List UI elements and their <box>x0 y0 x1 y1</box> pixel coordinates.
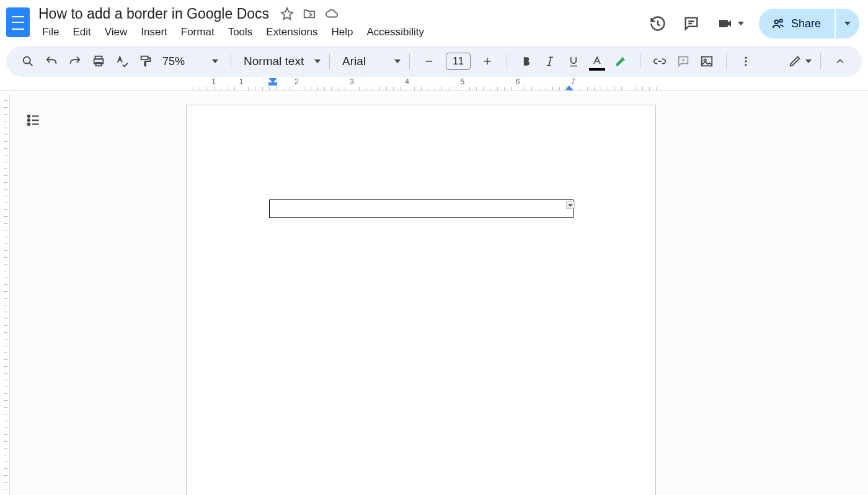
insert-link-icon[interactable] <box>649 51 670 72</box>
separator <box>726 53 727 69</box>
share-label: Share <box>791 17 821 30</box>
zoom-value: 75% <box>162 55 185 68</box>
separator <box>640 53 640 69</box>
share-button[interactable]: Share <box>759 9 835 38</box>
svg-point-11 <box>745 64 746 66</box>
text-color-icon[interactable] <box>587 51 608 72</box>
caret-down-icon <box>394 59 401 63</box>
table-cell[interactable] <box>269 199 574 218</box>
vertical-ruler[interactable] <box>0 94 10 495</box>
underline-icon[interactable] <box>563 51 584 72</box>
document-page[interactable] <box>186 105 656 495</box>
svg-point-9 <box>745 57 746 59</box>
font-size-input[interactable] <box>446 53 471 70</box>
menu-tools[interactable]: Tools <box>222 24 259 41</box>
workspace <box>0 94 868 495</box>
svg-point-14 <box>28 123 30 125</box>
menu-view[interactable]: View <box>99 24 134 41</box>
menu-insert[interactable]: Insert <box>135 24 174 41</box>
menu-file[interactable]: File <box>36 24 65 41</box>
insert-image-icon[interactable] <box>696 51 717 72</box>
decrease-font-icon[interactable] <box>418 51 440 72</box>
separator <box>329 53 330 69</box>
svg-point-2 <box>24 57 30 64</box>
left-indent-marker[interactable] <box>268 82 277 85</box>
docs-app-icon[interactable] <box>6 7 30 37</box>
share-dropdown[interactable] <box>836 9 859 38</box>
outline-toggle-icon[interactable] <box>22 109 45 131</box>
ruler-number: 4 <box>405 77 409 86</box>
star-icon[interactable] <box>280 7 294 20</box>
ruler-number: 1 <box>239 77 244 86</box>
increase-font-icon[interactable] <box>477 51 498 72</box>
caret-down-icon <box>212 59 218 63</box>
menu-bar: File Edit View Insert Format Tools Exten… <box>36 22 642 41</box>
svg-point-13 <box>28 119 30 121</box>
italic-icon[interactable] <box>539 51 560 72</box>
separator <box>507 53 507 69</box>
ruler-number: 7 <box>571 77 575 86</box>
svg-rect-6 <box>141 56 148 60</box>
menu-accessibility[interactable]: Accessibility <box>360 24 430 41</box>
separator <box>231 53 231 69</box>
bold-icon[interactable] <box>516 51 537 72</box>
paragraph-style-value: Normal text <box>244 55 304 68</box>
search-menus-icon[interactable] <box>17 51 38 72</box>
history-icon[interactable] <box>649 14 667 33</box>
menu-format[interactable]: Format <box>175 24 221 41</box>
caret-down-icon <box>738 22 744 25</box>
svg-point-12 <box>28 115 30 117</box>
cloud-status-icon[interactable] <box>325 7 339 20</box>
ruler-number: 2 <box>294 77 299 86</box>
more-icon[interactable] <box>735 51 756 72</box>
svg-point-8 <box>704 59 706 61</box>
spellcheck-icon[interactable] <box>112 51 133 72</box>
menu-edit[interactable]: Edit <box>66 24 97 41</box>
comments-icon[interactable] <box>682 14 701 33</box>
ruler-number: 3 <box>350 77 354 86</box>
paint-format-icon[interactable] <box>135 51 156 72</box>
ruler-number: 5 <box>461 77 465 86</box>
highlight-icon[interactable] <box>610 51 631 72</box>
toolbar: 75% Normal text Arial <box>6 46 862 77</box>
caret-down-icon <box>314 59 321 63</box>
add-comment-icon[interactable] <box>673 51 694 72</box>
horizontal-ruler[interactable]: 11234567 <box>0 77 868 90</box>
font-value: Arial <box>342 55 366 68</box>
svg-point-0 <box>774 20 778 24</box>
ruler-number: 6 <box>516 77 520 86</box>
undo-icon[interactable] <box>41 51 62 72</box>
redo-icon[interactable] <box>64 51 86 72</box>
font-select[interactable]: Arial <box>339 55 401 68</box>
caret-down-icon <box>805 59 812 63</box>
collapse-toolbar-icon[interactable] <box>830 51 851 72</box>
document-title[interactable]: How to add a border in Google Docs <box>36 5 272 22</box>
table-options-handle[interactable] <box>566 201 575 209</box>
separator <box>820 53 821 69</box>
meet-button[interactable] <box>715 16 744 31</box>
menu-help[interactable]: Help <box>325 24 359 41</box>
move-icon[interactable] <box>303 7 316 20</box>
ruler-number: 1 <box>211 77 216 86</box>
menu-extensions[interactable]: Extensions <box>260 24 324 41</box>
svg-rect-7 <box>702 57 712 66</box>
zoom-select[interactable]: 75% <box>159 55 222 68</box>
caret-down-icon <box>844 22 851 25</box>
svg-point-10 <box>745 60 746 62</box>
print-icon[interactable] <box>88 51 109 72</box>
paragraph-style-select[interactable]: Normal text <box>240 55 321 68</box>
editing-mode-button[interactable] <box>788 51 812 72</box>
svg-rect-5 <box>95 63 101 66</box>
svg-point-1 <box>779 19 782 22</box>
separator <box>409 53 410 69</box>
